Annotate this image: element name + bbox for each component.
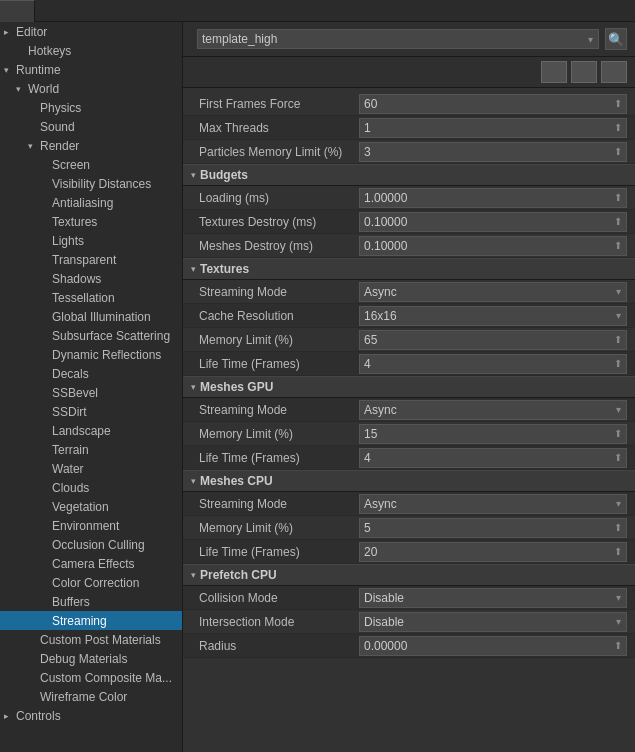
value-field-general-1[interactable]: 1⬆ <box>359 118 627 138</box>
sidebar-item-editor[interactable]: ▸Editor <box>0 22 182 41</box>
save-button[interactable] <box>541 61 567 83</box>
sidebar-item-wireframe-color[interactable]: Wireframe Color <box>0 687 182 706</box>
sidebar-item-ssbevel[interactable]: SSBevel <box>0 383 182 402</box>
sidebar-item-transparent[interactable]: Transparent <box>0 250 182 269</box>
value-increment-icon[interactable]: ⬆ <box>614 146 622 157</box>
sidebar-item-streaming[interactable]: Streaming <box>0 611 182 630</box>
sidebar-item-tessellation[interactable]: Tessellation <box>0 288 182 307</box>
value-increment-icon[interactable]: ⬆ <box>614 122 622 133</box>
section-header-meshes-cpu[interactable]: ▾Meshes CPU <box>183 470 635 492</box>
dropdown-wrapper-meshes-cpu-0[interactable]: AsyncSyncOff <box>359 494 627 514</box>
dropdown-wrapper-textures-0[interactable]: AsyncSyncOff <box>359 282 627 302</box>
value-increment-icon[interactable]: ⬆ <box>614 240 622 251</box>
sidebar-item-runtime[interactable]: ▾Runtime <box>0 60 182 79</box>
value-increment-icon[interactable]: ⬆ <box>614 334 622 345</box>
value-field-meshes-gpu-2[interactable]: 4⬆ <box>359 448 627 468</box>
sidebar-item-custom-post-materials[interactable]: Custom Post Materials <box>0 630 182 649</box>
sidebar-item-controls[interactable]: ▸Controls <box>0 706 182 725</box>
search-button[interactable]: 🔍 <box>605 28 627 50</box>
sidebar-item-debug-materials[interactable]: Debug Materials <box>0 649 182 668</box>
tree-arrow-icon: ▾ <box>16 84 28 94</box>
section-header-prefetch-cpu[interactable]: ▾Prefetch CPU <box>183 564 635 586</box>
sidebar-item-shadows[interactable]: Shadows <box>0 269 182 288</box>
dropdown-meshes-gpu-0[interactable]: AsyncSyncOff <box>359 400 627 420</box>
sidebar-item-clouds[interactable]: Clouds <box>0 478 182 497</box>
value-field-meshes-cpu-1[interactable]: 5⬆ <box>359 518 627 538</box>
dropdown-wrapper-prefetch-cpu-0[interactable]: DisableEnable <box>359 588 627 608</box>
sidebar-item-render[interactable]: ▾Render <box>0 136 182 155</box>
value-increment-icon[interactable]: ⬆ <box>614 358 622 369</box>
sidebar-item-hotkeys[interactable]: Hotkeys <box>0 41 182 60</box>
tab-close-button[interactable] <box>14 5 26 17</box>
value-field-general-2[interactable]: 3⬆ <box>359 142 627 162</box>
value-field-prefetch-cpu-2[interactable]: 0.00000⬆ <box>359 636 627 656</box>
dropdown-wrapper-textures-1[interactable]: 16x1632x3264x64 <box>359 306 627 326</box>
value-field-budgets-0[interactable]: 1.00000⬆ <box>359 188 627 208</box>
dropdown-prefetch-cpu-1[interactable]: DisableEnable <box>359 612 627 632</box>
sidebar-item-dynamic-reflections[interactable]: Dynamic Reflections <box>0 345 182 364</box>
content-area: First Frames Force60⬆Max Threads1⬆Partic… <box>183 88 635 752</box>
value-field-general-0[interactable]: 60⬆ <box>359 94 627 114</box>
dropdown-meshes-cpu-0[interactable]: AsyncSyncOff <box>359 494 627 514</box>
sidebar-item-custom-composite-ma[interactable]: Custom Composite Ma... <box>0 668 182 687</box>
revert-button[interactable] <box>601 61 627 83</box>
value-text: 60 <box>364 97 377 111</box>
value-text: 1 <box>364 121 371 135</box>
sidebar-item-screen[interactable]: Screen <box>0 155 182 174</box>
value-increment-icon[interactable]: ⬆ <box>614 546 622 557</box>
value-field-textures-2[interactable]: 65⬆ <box>359 330 627 350</box>
section-collapse-icon: ▾ <box>191 382 196 392</box>
sidebar-item-vegetation[interactable]: Vegetation <box>0 497 182 516</box>
section-header-budgets[interactable]: ▾Budgets <box>183 164 635 186</box>
sidebar-item-camera-effects[interactable]: Camera Effects <box>0 554 182 573</box>
setting-label: Intersection Mode <box>199 615 359 629</box>
sidebar-item-buffers[interactable]: Buffers <box>0 592 182 611</box>
sidebar-item-antialiasing[interactable]: Antialiasing <box>0 193 182 212</box>
value-increment-icon[interactable]: ⬆ <box>614 640 622 651</box>
sidebar-item-landscape[interactable]: Landscape <box>0 421 182 440</box>
value-field-textures-3[interactable]: 4⬆ <box>359 354 627 374</box>
sidebar-item-water[interactable]: Water <box>0 459 182 478</box>
sidebar-item-label: Streaming <box>52 614 182 628</box>
value-field-budgets-1[interactable]: 0.10000⬆ <box>359 212 627 232</box>
value-text: 0.10000 <box>364 215 407 229</box>
settings-tab[interactable] <box>0 0 35 22</box>
sidebar-item-lights[interactable]: Lights <box>0 231 182 250</box>
value-increment-icon[interactable]: ⬆ <box>614 98 622 109</box>
sidebar-item-physics[interactable]: Physics <box>0 98 182 117</box>
sidebar-item-textures[interactable]: Textures <box>0 212 182 231</box>
dropdown-textures-0[interactable]: AsyncSyncOff <box>359 282 627 302</box>
value-increment-icon[interactable]: ⬆ <box>614 522 622 533</box>
save-as-new-button[interactable] <box>571 61 597 83</box>
section-header-meshes-gpu[interactable]: ▾Meshes GPU <box>183 376 635 398</box>
sidebar-item-color-correction[interactable]: Color Correction <box>0 573 182 592</box>
section-header-textures[interactable]: ▾Textures <box>183 258 635 280</box>
value-increment-icon[interactable]: ⬆ <box>614 216 622 227</box>
setting-label: First Frames Force <box>199 97 359 111</box>
sidebar-item-environment[interactable]: Environment <box>0 516 182 535</box>
action-bar <box>183 57 635 88</box>
value-increment-icon[interactable]: ⬆ <box>614 428 622 439</box>
sidebar-item-terrain[interactable]: Terrain <box>0 440 182 459</box>
dropdown-textures-1[interactable]: 16x1632x3264x64 <box>359 306 627 326</box>
sidebar-item-world[interactable]: ▾World <box>0 79 182 98</box>
preset-select[interactable]: template_high <box>197 29 599 49</box>
sidebar-item-ssdirt[interactable]: SSDirt <box>0 402 182 421</box>
setting-row: Radius0.00000⬆ <box>183 634 635 658</box>
dropdown-prefetch-cpu-0[interactable]: DisableEnable <box>359 588 627 608</box>
value-increment-icon[interactable]: ⬆ <box>614 452 622 463</box>
value-increment-icon[interactable]: ⬆ <box>614 192 622 203</box>
sidebar-item-visibility-distances[interactable]: Visibility Distances <box>0 174 182 193</box>
setting-row: Loading (ms)1.00000⬆ <box>183 186 635 210</box>
dropdown-wrapper-prefetch-cpu-1[interactable]: DisableEnable <box>359 612 627 632</box>
value-field-meshes-gpu-1[interactable]: 15⬆ <box>359 424 627 444</box>
value-field-budgets-2[interactable]: 0.10000⬆ <box>359 236 627 256</box>
sidebar-item-global-illumination[interactable]: Global Illumination <box>0 307 182 326</box>
sidebar-item-occlusion-culling[interactable]: Occlusion Culling <box>0 535 182 554</box>
sidebar-item-subsurface-scattering[interactable]: Subsurface Scattering <box>0 326 182 345</box>
sidebar-item-decals[interactable]: Decals <box>0 364 182 383</box>
preset-dropdown-wrapper[interactable]: template_high <box>197 29 599 49</box>
sidebar-item-sound[interactable]: Sound <box>0 117 182 136</box>
dropdown-wrapper-meshes-gpu-0[interactable]: AsyncSyncOff <box>359 400 627 420</box>
value-field-meshes-cpu-2[interactable]: 20⬆ <box>359 542 627 562</box>
